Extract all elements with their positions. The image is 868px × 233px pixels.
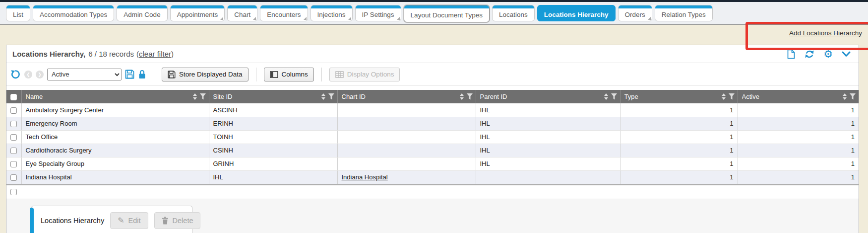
data-grid: Name Site ID Chart ID Parent ID Type Act… — [6, 90, 859, 184]
cell-site-id: ASCINH — [209, 103, 337, 117]
new-document-icon[interactable] — [787, 49, 796, 59]
column-header-name[interactable]: Name — [21, 90, 209, 103]
sort-icon[interactable] — [321, 93, 325, 100]
toolbar-separator — [154, 68, 154, 81]
store-displayed-data-button[interactable]: Store Displayed Data — [162, 68, 248, 81]
sort-icon[interactable] — [460, 93, 464, 100]
sort-icon[interactable] — [843, 93, 847, 100]
tab-appointments[interactable]: Appointments — [170, 5, 225, 21]
column-label: Site ID — [213, 93, 318, 100]
tab-locations-hierarchy[interactable]: Locations Hierarchy — [537, 5, 616, 21]
row-checkbox[interactable] — [10, 174, 17, 181]
sort-icon[interactable] — [722, 93, 726, 100]
select-all-checkbox[interactable] — [10, 94, 17, 100]
cell-name: Tech Office — [21, 130, 209, 144]
cell-type: 1 — [620, 144, 738, 157]
tab-label: Injections — [317, 11, 346, 18]
selection-context-box: Locations Hierarchy ✎ Edit Delete — [31, 206, 192, 233]
column-header-active[interactable]: Active — [738, 90, 859, 103]
row-checkbox[interactable] — [10, 107, 17, 114]
footer-checkbox[interactable] — [10, 189, 17, 195]
cell-parent-id: IHL — [476, 130, 620, 144]
edit-label: Edit — [128, 217, 141, 225]
add-locations-hierarchy-link[interactable]: Add Locations Hierarchy — [789, 29, 862, 37]
tab-injections[interactable]: Injections — [310, 5, 353, 21]
sort-icon[interactable] — [193, 93, 197, 100]
tab-label: Locations Hierarchy — [544, 11, 609, 18]
cell-type: 1 — [620, 170, 738, 184]
floppy-icon — [168, 71, 176, 78]
tab-label: Relation Types — [662, 11, 706, 18]
row-checkbox[interactable] — [10, 148, 17, 154]
cell-chart-id — [337, 144, 476, 157]
column-header-site-id[interactable]: Site ID — [209, 90, 337, 103]
columns-icon — [270, 71, 278, 78]
paren-close: ) — [171, 50, 174, 58]
cell-chart-id — [337, 117, 476, 130]
table-row: Cardiothoracic Surgery CSINH IHL 1 1 — [6, 144, 859, 157]
gear-icon[interactable]: ⚙ — [823, 49, 833, 59]
panel-header: Locations Hierarchy, 6 / 18 records (cle… — [6, 45, 859, 63]
tab-ip-settings[interactable]: IP Settings — [355, 5, 401, 21]
cell-chart-id — [337, 130, 476, 144]
chart-id-link[interactable]: Indiana Hospital — [342, 173, 388, 181]
select-all-header[interactable] — [6, 90, 21, 103]
pencil-icon: ✎ — [118, 217, 124, 225]
undo-icon[interactable] — [10, 69, 21, 79]
chevron-down-icon[interactable] — [842, 51, 851, 57]
tab-orders[interactable]: Orders — [618, 5, 652, 21]
columns-button[interactable]: Columns — [264, 68, 314, 81]
tab-chart[interactable]: Chart — [227, 5, 257, 21]
table-row: Indiana Hospital IHL Indiana Hospital 1 … — [6, 170, 859, 184]
cell-active: 1 — [738, 130, 859, 144]
row-checkbox[interactable] — [10, 134, 17, 141]
cell-parent-id: IHL — [476, 117, 620, 130]
column-header-chart-id[interactable]: Chart ID — [337, 90, 476, 103]
cell-active: 1 — [738, 117, 859, 130]
locations-hierarchy-panel: Locations Hierarchy, 6 / 18 records (cle… — [6, 45, 859, 233]
refresh-icon[interactable] — [805, 49, 814, 59]
tab-label: Encounters — [267, 11, 301, 18]
filter-funnel-icon[interactable] — [200, 93, 206, 100]
row-checkbox[interactable] — [10, 161, 17, 167]
tab-list[interactable]: List — [6, 5, 30, 21]
delete-button[interactable]: Delete — [154, 212, 201, 229]
save-filter-icon[interactable] — [125, 70, 134, 79]
row-checkbox[interactable] — [10, 121, 17, 127]
tab-relation-types[interactable]: Relation Types — [655, 5, 713, 21]
cell-parent-id: IHL — [476, 103, 620, 117]
edit-button[interactable]: ✎ Edit — [110, 212, 148, 229]
grid-icon — [335, 71, 344, 78]
cell-type: 1 — [620, 117, 738, 130]
filter-funnel-icon[interactable] — [467, 93, 473, 100]
tab-label: Appointments — [177, 11, 218, 18]
cell-parent-id — [476, 170, 620, 184]
display-options-button[interactable]: Display Options — [329, 68, 400, 81]
tab-accommodation-types[interactable]: Accommodation Types — [33, 5, 114, 21]
filter-funnel-icon[interactable] — [328, 93, 334, 100]
store-displayed-data-label: Store Displayed Data — [179, 71, 243, 78]
tab-encounters[interactable]: Encounters — [260, 5, 308, 21]
cell-chart-id — [337, 103, 476, 117]
next-page-button[interactable]: ❯ — [36, 71, 44, 78]
status-filter-select[interactable]: Active — [47, 69, 122, 80]
column-header-parent-id[interactable]: Parent ID — [476, 90, 620, 103]
lock-icon[interactable] — [138, 70, 146, 79]
tab-admin-code[interactable]: Admin Code — [117, 5, 167, 21]
grid-toolbar: ❮ ❯ Active Store Displayed Dat — [6, 63, 859, 86]
cell-active: 1 — [738, 144, 859, 157]
column-header-type[interactable]: Type — [620, 90, 738, 103]
filter-funnel-icon[interactable] — [611, 93, 617, 100]
tab-locations[interactable]: Locations — [492, 5, 535, 21]
record-count: 6 / 18 records — [88, 50, 134, 58]
prev-page-button[interactable]: ❮ — [24, 71, 32, 78]
panel-header-icons: ⚙ — [787, 49, 853, 59]
column-label: Parent ID — [480, 93, 601, 100]
clear-filter-link[interactable]: clear filter — [139, 50, 171, 58]
sort-icon[interactable] — [604, 93, 608, 100]
filter-funnel-icon[interactable] — [850, 93, 856, 100]
cell-parent-id: IHL — [476, 144, 620, 157]
filter-funnel-icon[interactable] — [729, 93, 735, 100]
tab-layout-document-types[interactable]: Layout Document Types — [404, 5, 490, 22]
panel-bottom-area: Locations Hierarchy ✎ Edit Delete — [6, 199, 859, 233]
